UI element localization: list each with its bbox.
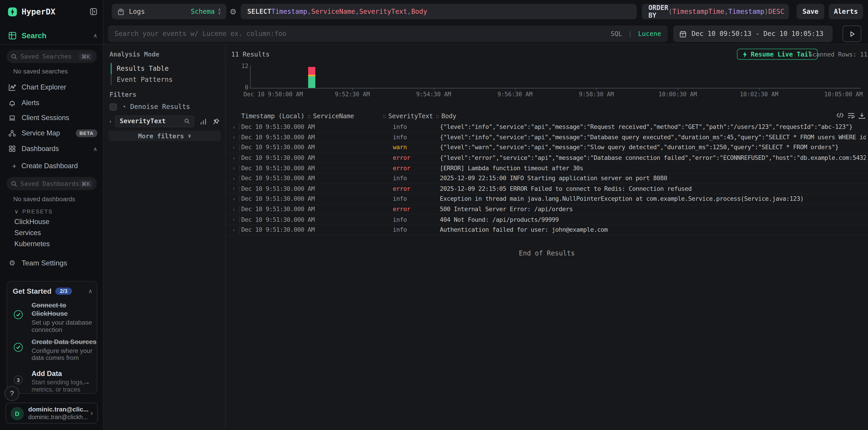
more-filters-button[interactable]: More filters∨ xyxy=(108,130,221,141)
gear-icon: ⚙ xyxy=(8,259,17,267)
sidebar-item-search[interactable]: Search ∧ xyxy=(8,30,97,41)
table-row[interactable]: ›Dec 10 9:51:30.000 AMerror[ERROR] Lambd… xyxy=(226,163,868,174)
wrap-lines-icon[interactable] xyxy=(848,112,855,119)
cmdk-shortcut: ⌘K xyxy=(79,53,92,60)
filter-pin-icon[interactable] xyxy=(213,118,220,125)
table-row[interactable]: ›Dec 10 9:51:30.000 AMwarn{"level":"warn… xyxy=(226,143,868,153)
no-saved-dashboards-text: No saved dashboards xyxy=(13,196,75,202)
logs-source-icon xyxy=(117,8,125,15)
chevron-up-icon[interactable]: ∧ xyxy=(93,32,97,38)
source-select[interactable]: Logs Schema ∧∨ xyxy=(112,4,226,19)
filter-chart-icon[interactable] xyxy=(200,118,207,125)
preset-item-kubernetes[interactable]: Kubernetes xyxy=(14,240,50,248)
query-token: , xyxy=(407,8,411,15)
table-row[interactable]: ›Dec 10 9:51:30.000 AMinfoException in t… xyxy=(226,194,868,204)
source-label: Logs xyxy=(129,8,145,15)
col-timestamp[interactable]: Timestamp (Local) xyxy=(241,112,305,120)
table-row[interactable]: ›Dec 10 9:51:30.000 AMerror2025-12-09 22… xyxy=(226,184,868,194)
table-row[interactable]: ›Dec 10 9:51:30.000 AMinfo2025-12-09 22:… xyxy=(226,174,868,184)
histogram-bar-info[interactable] xyxy=(308,76,315,88)
sidebar-item-dashboards[interactable]: Dashboards ∧ xyxy=(8,144,97,154)
sidebar-item-alerts[interactable]: Alerts xyxy=(8,98,97,108)
row-body: {"level":"warn","service":"api","message… xyxy=(440,144,866,151)
severity-filter-box[interactable]: SeverityText xyxy=(115,115,194,127)
sidebar-item-client-sessions[interactable]: Client Sessions xyxy=(8,113,97,123)
filter-search-icon xyxy=(184,118,190,124)
x-axis-tick xyxy=(515,88,516,90)
save-button[interactable]: Save xyxy=(797,4,824,19)
create-dashboard-button[interactable]: + Create Dashboard xyxy=(12,161,97,170)
row-timestamp: Dec 10 9:51:30.000 AM xyxy=(241,175,315,182)
sql-mode-toggle[interactable]: SQL xyxy=(611,30,622,37)
avatar: D xyxy=(10,407,24,420)
lucene-mode-toggle[interactable]: Lucene xyxy=(638,30,661,37)
sidebar-item-chart-explorer[interactable]: Chart Explorer xyxy=(8,82,97,92)
user-name: dominic.tran@clic... xyxy=(28,406,89,412)
get-started-step[interactable]: Connect to ClickHouse Set up your databa… xyxy=(13,301,92,334)
orderby-clause[interactable]: ORDER BY (TimestampTime, Timestamp) DESC xyxy=(642,4,789,19)
get-started-step[interactable]: Create Data Sources Configure where your… xyxy=(13,338,92,362)
histogram-bar-error[interactable] xyxy=(308,67,315,74)
select-clause-input[interactable]: SELECT Timestamp,ServiceName,SeverityTex… xyxy=(241,4,637,19)
sidebar-item-team-settings[interactable]: ⚙ Team Settings xyxy=(8,258,97,268)
row-timestamp: Dec 10 9:51:30.000 AM xyxy=(241,206,315,213)
query-token: , xyxy=(724,8,728,15)
histogram-bar-warn[interactable] xyxy=(308,74,315,76)
alerts-button[interactable]: Alerts xyxy=(829,4,863,19)
step-desc: Configure where your data comes from xyxy=(31,347,93,362)
analysis-mode-results-table[interactable]: Results Table xyxy=(111,63,220,74)
col-servicename[interactable]: ServiceName xyxy=(313,112,354,120)
table-row[interactable]: ›Dec 10 9:51:30.000 AMinfo404 Not Found:… xyxy=(226,215,868,225)
preset-item-clickhouse[interactable]: ClickHouse xyxy=(14,218,50,226)
code-view-icon[interactable] xyxy=(837,112,844,119)
help-button[interactable]: ? xyxy=(4,386,20,401)
hyperdx-logo-icon xyxy=(8,7,17,16)
get-started-step[interactable]: 3 Add Data Start sending logs, metrics, … xyxy=(13,370,92,394)
drag-handle-icon[interactable]: ∷ xyxy=(308,113,311,119)
drag-handle-icon[interactable]: ∷ xyxy=(383,113,386,119)
table-row[interactable]: ›Dec 10 9:51:30.000 AMinfoAuthentication… xyxy=(226,225,868,235)
event-search-input[interactable]: Search your events w/ Lucene ex. column:… xyxy=(108,26,668,42)
query-token: ( xyxy=(668,8,672,15)
filter-expand-chevron[interactable]: › xyxy=(110,118,111,124)
chevron-up-icon[interactable]: ∧ xyxy=(93,146,97,152)
sidebar-collapse-icon[interactable] xyxy=(90,8,97,15)
user-menu[interactable]: D dominic.tran@clic... dominic.tran@clic… xyxy=(5,403,98,424)
saved-dashboards-input[interactable]: Saved Dashboards ⌘K xyxy=(6,177,97,190)
sidebar-item-service-map[interactable]: Service Map BETA xyxy=(8,128,97,138)
time-range-picker[interactable]: 1 Dec 10 09:50:13 - Dec 10 10:05:13 xyxy=(673,26,833,42)
row-severity: info xyxy=(393,226,407,234)
table-row[interactable]: ›Dec 10 9:51:30.000 AMerror500 Internal … xyxy=(226,204,868,214)
row-timestamp: Dec 10 9:51:30.000 AM xyxy=(241,155,315,162)
table-row[interactable]: ›Dec 10 9:51:30.000 AMerror{"level":"err… xyxy=(226,153,868,163)
col-severitytext[interactable]: SeverityText xyxy=(388,112,433,120)
query-token: SELECT xyxy=(247,8,271,15)
table-row[interactable]: ›Dec 10 9:51:30.000 AMinfo{"level":"info… xyxy=(226,132,868,143)
source-settings-gear-icon[interactable]: ⚙ xyxy=(229,7,237,16)
row-timestamp: Dec 10 9:51:30.000 AM xyxy=(241,216,315,223)
laptop-icon xyxy=(8,114,17,122)
download-icon[interactable] xyxy=(859,112,865,119)
svg-text:1: 1 xyxy=(682,33,684,37)
saved-searches-input[interactable]: Saved Searches ⌘K xyxy=(6,50,97,63)
events-histogram[interactable]: 120Dec 10 9:50:00 AM9:52:30 AM9:54:30 AM… xyxy=(226,44,868,97)
query-token: , xyxy=(307,8,311,15)
saved-dashboards-placeholder: Saved Dashboards xyxy=(21,180,79,187)
table-row[interactable]: ›Dec 10 9:51:30.000 AMinfo{"level":"info… xyxy=(226,122,868,132)
row-expand-chevron: › xyxy=(232,165,235,171)
chevron-up-icon[interactable]: ∧ xyxy=(88,288,93,294)
row-expand-chevron: › xyxy=(232,217,235,222)
denoise-checkbox[interactable] xyxy=(110,103,117,110)
get-started-title: Get Started xyxy=(13,287,51,296)
run-query-button[interactable] xyxy=(842,26,861,42)
col-body[interactable]: Body xyxy=(441,112,456,120)
row-body: 2025-12-09 22:15:00 INFO Starting applic… xyxy=(440,175,866,182)
results-table: ›Dec 10 9:51:30.000 AMinfo{"level":"info… xyxy=(226,122,868,235)
drag-handle-icon[interactable]: ∷ xyxy=(436,113,439,119)
brand-name: HyperDX xyxy=(22,7,55,16)
preset-item-services[interactable]: Services xyxy=(14,229,41,237)
query-toolbar: Logs Schema ∧∨ ⚙ SELECT Timestamp,Servic… xyxy=(103,0,868,23)
x-axis-tick xyxy=(434,88,434,90)
presets-header[interactable]: ∨ PRESETS xyxy=(14,207,53,215)
analysis-mode-event-patterns[interactable]: Event Patterns xyxy=(111,74,220,85)
